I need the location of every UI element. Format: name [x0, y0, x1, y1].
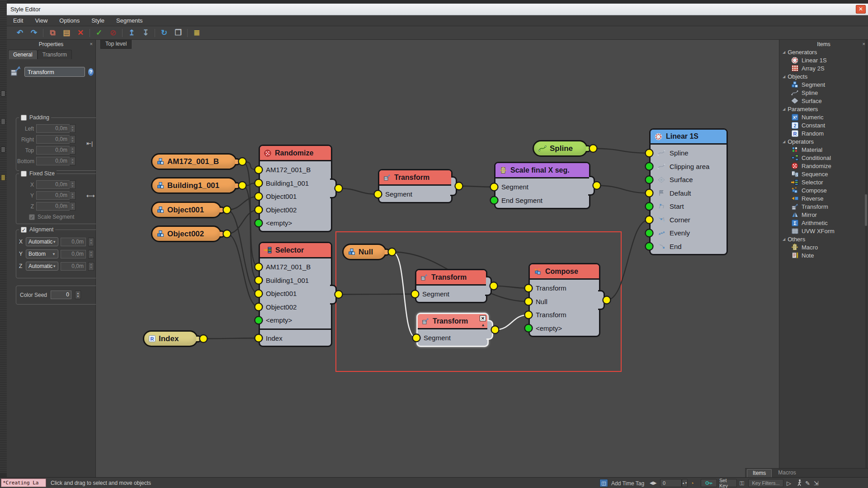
align-z-field[interactable]: 0,0m [61, 262, 86, 271]
items-item-surface[interactable]: Surface [779, 97, 868, 105]
window-titlebar[interactable]: Style Editor ✕ [7, 4, 868, 15]
port-yellow[interactable] [223, 230, 231, 238]
collapse-top-icon[interactable]: ↥ [127, 28, 137, 38]
padding-bottom-spinner[interactable]: ▲▼ [70, 157, 75, 165]
menu-options[interactable]: Options [59, 17, 80, 24]
padding-left-spinner[interactable]: ▲▼ [70, 124, 75, 133]
port-green[interactable] [646, 176, 653, 183]
wire[interactable] [203, 338, 259, 338]
fixed-x-spinner[interactable]: ▲▼ [70, 180, 75, 189]
node-name-input[interactable] [24, 67, 85, 77]
fixed-y-field[interactable]: 0,0m [36, 191, 70, 200]
port-yellow[interactable] [525, 311, 533, 319]
annotate-icon[interactable]: ✎ [805, 480, 810, 487]
port-green[interactable] [646, 202, 653, 210]
port-green[interactable] [255, 316, 263, 324]
align-y-field[interactable]: 0,0m [61, 250, 86, 258]
port-yellow[interactable] [491, 326, 499, 333]
items-item-reverse[interactable]: Reverse [779, 194, 868, 202]
node-close-button[interactable]: ✕ [480, 315, 486, 321]
items-item-numeric[interactable]: X²Numeric [779, 113, 868, 121]
items-item-randomize[interactable]: Randomize [779, 162, 868, 170]
items-scrollbar[interactable] [865, 40, 868, 468]
tab-general[interactable]: General [8, 50, 38, 59]
items-item-selector[interactable]: Selector [779, 178, 868, 186]
items-item-segment[interactable]: Segment [779, 80, 868, 89]
node-building1-001[interactable]: Building1_001 [151, 177, 237, 194]
items-category-others[interactable]: ◢Others [779, 235, 868, 243]
items-category-operators[interactable]: ◢Operators [779, 137, 868, 145]
node-object002[interactable]: Object002 [151, 225, 222, 242]
items-item-array-2s[interactable]: Array 2S [779, 64, 868, 72]
redo-icon[interactable]: ↷ [29, 28, 39, 38]
port-yellow[interactable] [388, 248, 396, 256]
help-icon[interactable]: ? [88, 68, 94, 76]
auto-key-button[interactable] [701, 479, 717, 487]
node-transform[interactable]: TransformSegment [378, 169, 453, 203]
items-panel-header[interactable]: Items × [779, 40, 868, 48]
tab-transform[interactable]: Transform [38, 50, 72, 59]
node-object001[interactable]: Object001 [151, 202, 222, 218]
items-item-spline[interactable]: Spline [779, 89, 868, 97]
items-item-mirror[interactable]: Mirror [779, 211, 868, 219]
maxscript-mini-listener[interactable]: *Creating La [1, 479, 46, 487]
port-yellow[interactable] [646, 189, 653, 197]
node-collapse-button[interactable]: ▲ [481, 323, 485, 327]
tab-top-level[interactable]: Top level [100, 40, 132, 49]
collapse-down-icon[interactable]: ↧ [141, 28, 151, 38]
check-style-icon[interactable]: ✓ [94, 28, 104, 38]
node-transform[interactable]: TransformSegment [415, 269, 487, 303]
items-item-random[interactable]: RRandom [779, 129, 868, 137]
time-configuration-icon[interactable]: ◔ [690, 480, 694, 487]
node-am172-001-b[interactable]: AM172_001_B [151, 153, 237, 170]
align-x-dropdown[interactable]: Automatic▼ [26, 237, 58, 246]
items-category-generators[interactable]: ◢Generators [779, 48, 868, 56]
items-category-parameters[interactable]: ◢Parameters [779, 105, 868, 113]
port-yellow[interactable] [603, 296, 611, 304]
window-close-button[interactable]: ✕ [856, 5, 866, 14]
items-item-note[interactable]: Note [779, 251, 868, 259]
items-item-conditional[interactable]: Conditional [779, 154, 868, 162]
padding-right-field[interactable]: 0,0m [36, 135, 70, 144]
padding-bottom-field[interactable]: 0,0m [36, 157, 70, 165]
menu-edit[interactable]: Edit [13, 17, 23, 24]
color-seed-field[interactable]: 0 [51, 291, 71, 299]
port-green[interactable] [525, 324, 533, 332]
wire[interactable] [593, 149, 649, 153]
port-yellow[interactable] [455, 182, 463, 190]
align-y-dropdown[interactable]: Bottom▼ [26, 249, 58, 258]
port-yellow[interactable] [413, 334, 420, 342]
node-spline[interactable]: Spline [533, 140, 588, 157]
port-yellow[interactable] [593, 182, 601, 189]
node-randomize[interactable]: RandomizeAM172_001_BBuilding1_001Object0… [259, 145, 332, 232]
port-yellow[interactable] [490, 282, 498, 290]
port-yellow[interactable] [590, 145, 597, 152]
items-item-macro[interactable]: Macro [779, 243, 868, 251]
wire[interactable] [339, 188, 378, 194]
port-yellow[interactable] [646, 149, 653, 157]
port-yellow[interactable] [255, 263, 263, 271]
padding-left-field[interactable]: 0,0m [36, 124, 70, 133]
export-icon[interactable]: ❐ [173, 28, 183, 38]
walkthrough-icon[interactable] [797, 479, 802, 488]
undo-icon[interactable]: ↶ [15, 28, 25, 38]
frame-step-arrows[interactable]: ◀▶ [650, 480, 656, 485]
wire[interactable] [597, 186, 649, 193]
port-yellow[interactable] [646, 216, 653, 224]
key-filters-button[interactable]: Key Filters... [748, 479, 783, 487]
items-item-sequence[interactable]: 12Sequence [779, 170, 868, 178]
node-selector[interactable]: SelectorAM172_001_BBuilding1_001Object00… [259, 242, 332, 347]
port-yellow[interactable] [200, 335, 208, 343]
delete-icon[interactable]: ✕ [75, 28, 85, 38]
port-yellow[interactable] [223, 206, 231, 214]
color-seed-spinner[interactable]: ▲▼ [75, 291, 81, 299]
port-green[interactable] [646, 229, 653, 237]
items-item-compose[interactable]: Compose [779, 186, 868, 194]
node-graph-canvas[interactable]: AM172_001_BBuilding1_001Object001Object0… [96, 40, 779, 477]
port-yellow[interactable] [525, 298, 533, 305]
node-null[interactable]: Null [342, 244, 387, 260]
align-x-field[interactable]: 0,0m [61, 238, 86, 246]
port-yellow[interactable] [374, 190, 382, 198]
port-yellow[interactable] [255, 334, 263, 342]
copy-icon[interactable]: ⧉ [47, 28, 57, 38]
